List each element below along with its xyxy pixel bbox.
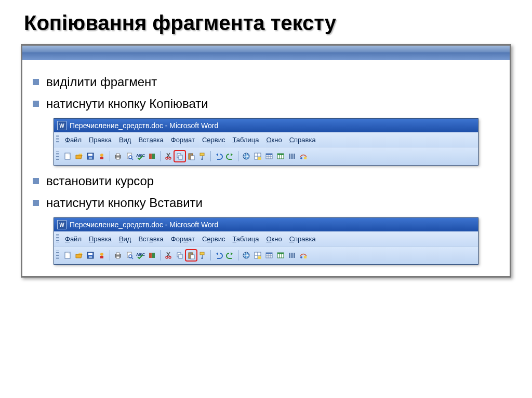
bullet-text: встановити курсор [46, 174, 154, 188]
svg-rect-37 [289, 154, 290, 159]
word-window-copy: W Перечисление_средств.doc - Microsoft W… [54, 118, 478, 166]
menu-tools[interactable]: Сервис [198, 135, 229, 145]
word-icon: W [57, 220, 66, 229]
redo-icon[interactable] [225, 151, 235, 161]
svg-rect-38 [291, 154, 293, 159]
cut-icon[interactable] [163, 151, 174, 161]
excel-icon[interactable] [275, 151, 286, 161]
save-icon[interactable] [85, 151, 96, 161]
permission-icon[interactable] [97, 250, 107, 260]
menu-edit[interactable]: Правка [85, 135, 115, 145]
columns-icon[interactable] [287, 250, 297, 260]
hyperlink-icon[interactable] [241, 151, 251, 161]
hyperlink-icon[interactable] [241, 250, 251, 260]
svg-rect-62 [190, 252, 192, 254]
paste-icon[interactable] [186, 151, 196, 161]
open-icon[interactable] [74, 250, 84, 260]
svg-rect-69 [258, 256, 261, 259]
svg-point-82 [300, 256, 302, 258]
open-icon[interactable] [74, 151, 84, 161]
menu-format[interactable]: Формат [167, 135, 198, 145]
svg-rect-49 [116, 253, 119, 255]
format-painter-icon[interactable] [197, 151, 208, 161]
preview-icon[interactable] [124, 250, 135, 260]
print-icon[interactable] [113, 250, 123, 260]
svg-point-46 [100, 253, 103, 256]
window-titlebar: W Перечисление_средств.doc - Microsoft W… [54, 119, 478, 132]
columns-icon[interactable] [287, 151, 297, 161]
menu-file[interactable]: Файл [61, 234, 85, 244]
bullet-text: натиснути кнопку Вставити [46, 196, 203, 210]
window-title: Перечисление_средств.doc - Microsoft Wor… [70, 121, 218, 130]
paste-icon[interactable] [186, 250, 196, 260]
menu-view[interactable]: Вид [115, 135, 135, 145]
menu-insert[interactable]: Вставка [135, 135, 167, 145]
menu-format[interactable]: Формат [167, 234, 198, 244]
menu-edit[interactable]: Правка [85, 234, 115, 244]
drawing-icon[interactable] [298, 151, 309, 161]
svg-rect-3 [89, 157, 92, 159]
research-icon[interactable] [147, 250, 157, 260]
svg-rect-71 [266, 253, 272, 254]
gripper-icon [56, 234, 59, 243]
svg-rect-18 [179, 155, 182, 159]
research-icon[interactable] [147, 151, 157, 161]
menu-view[interactable]: Вид [115, 234, 135, 244]
tables-borders-icon[interactable] [252, 151, 263, 161]
svg-text:ABC: ABC [136, 252, 145, 257]
bullet-2: натиснути кнопку Копіювати [33, 97, 502, 111]
excel-icon[interactable] [275, 250, 286, 260]
menu-window[interactable]: Окно [262, 234, 285, 244]
svg-rect-76 [277, 253, 284, 254]
slide-frame: виділити фрагмент натиснути кнопку Копію… [21, 44, 511, 278]
svg-rect-79 [289, 253, 290, 258]
save-icon[interactable] [85, 250, 96, 260]
svg-rect-29 [266, 154, 272, 155]
svg-rect-44 [88, 253, 92, 255]
slide-title: Копіювання фрагмента тексту [24, 11, 511, 35]
copy-icon[interactable] [175, 151, 185, 161]
gripper-icon [56, 152, 59, 161]
svg-rect-34 [277, 154, 284, 155]
undo-icon[interactable] [214, 250, 224, 260]
new-doc-icon[interactable] [62, 151, 73, 161]
svg-line-53 [131, 257, 133, 259]
menu-table[interactable]: Таблица [229, 234, 262, 244]
cut-icon[interactable] [163, 250, 174, 260]
svg-point-4 [100, 154, 103, 157]
menu-bar: Файл Правка Вид Вставка Формат Сервис Та… [54, 231, 478, 246]
square-bullet-icon [33, 101, 39, 107]
redo-icon[interactable] [225, 250, 235, 260]
menu-insert[interactable]: Вставка [135, 234, 167, 244]
preview-icon[interactable] [124, 151, 135, 161]
bullet-text: натиснути кнопку Копіювати [46, 97, 208, 111]
menu-bar: Файл Правка Вид Вставка Формат Сервис Та… [54, 132, 478, 147]
gripper-icon [56, 251, 59, 260]
print-icon[interactable] [113, 151, 123, 161]
square-bullet-icon [33, 200, 39, 206]
menu-tools[interactable]: Сервис [198, 234, 229, 244]
spelling-icon[interactable]: ABC [136, 250, 146, 260]
separator [238, 151, 238, 161]
insert-table-icon[interactable] [264, 151, 274, 161]
insert-table-icon[interactable] [264, 250, 274, 260]
new-doc-icon[interactable] [62, 250, 73, 260]
menu-help[interactable]: Справка [286, 135, 320, 145]
undo-icon[interactable] [214, 151, 224, 161]
menu-window[interactable]: Окно [262, 135, 285, 145]
svg-rect-83 [304, 256, 307, 258]
permission-icon[interactable] [97, 151, 107, 161]
standard-toolbar: ABC [54, 147, 478, 165]
standard-toolbar: ABC [54, 246, 478, 264]
tables-borders-icon[interactable] [252, 250, 263, 260]
copy-icon[interactable] [175, 250, 185, 260]
menu-table[interactable]: Таблица [229, 135, 262, 145]
format-painter-icon[interactable] [197, 250, 208, 260]
svg-rect-22 [200, 153, 204, 156]
drawing-icon[interactable] [298, 250, 309, 260]
menu-help[interactable]: Справка [286, 234, 320, 244]
menu-file[interactable]: Файл [61, 135, 85, 145]
square-bullet-icon [33, 178, 39, 184]
separator [110, 250, 110, 260]
spelling-icon[interactable]: ABC [136, 151, 146, 161]
